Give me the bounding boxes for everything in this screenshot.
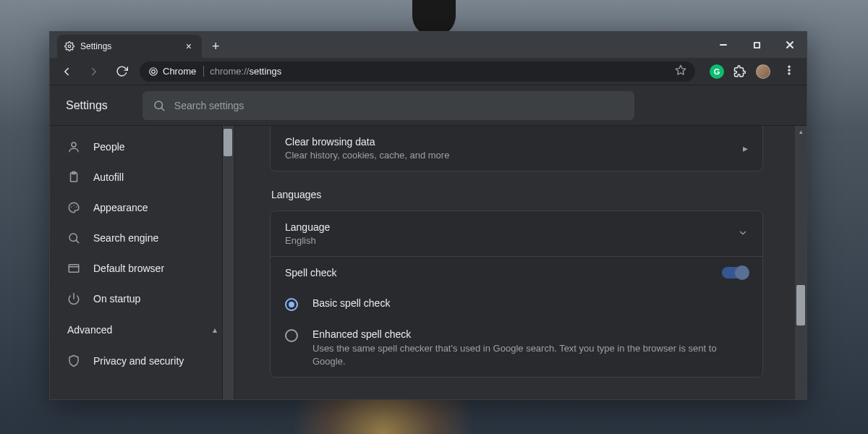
section-heading-languages: Languages bbox=[271, 189, 763, 200]
svg-marker-7 bbox=[676, 65, 685, 75]
bookmark-star-button[interactable] bbox=[675, 64, 686, 79]
sidebar-section-label: Advanced bbox=[67, 324, 112, 336]
spell-check-toggle[interactable] bbox=[722, 267, 748, 278]
chrome-menu-button[interactable] bbox=[779, 64, 799, 79]
url-chip-label: Chrome bbox=[163, 66, 196, 77]
svg-point-0 bbox=[68, 45, 71, 48]
nav-back-button[interactable] bbox=[57, 62, 76, 81]
extension-grammarly-icon[interactable]: G bbox=[710, 64, 724, 79]
palette-icon bbox=[67, 201, 80, 214]
gear-icon bbox=[64, 41, 75, 51]
svg-point-8 bbox=[788, 66, 790, 67]
sidebar-item-privacy-security[interactable]: Privacy and security bbox=[50, 346, 234, 376]
enhanced-spell-check-label: Enhanced spell check bbox=[312, 328, 748, 340]
spell-check-label: Spell check bbox=[285, 267, 337, 278]
window-close-button[interactable] bbox=[773, 32, 807, 58]
main-scrollbar-thumb[interactable] bbox=[796, 285, 805, 326]
sidebar-item-label: Privacy and security bbox=[93, 355, 184, 367]
url-origin-chip: Chrome bbox=[148, 66, 204, 77]
card-clear-browsing-data: Clear browsing data Clear history, cooki… bbox=[270, 126, 763, 171]
svg-point-9 bbox=[788, 69, 790, 70]
cbd-title: Clear browsing data bbox=[285, 136, 449, 148]
browser-icon bbox=[67, 262, 80, 275]
svg-line-20 bbox=[76, 240, 78, 242]
sidebar-item-label: Search engine bbox=[93, 232, 158, 244]
card-languages: Language English Spell check Basic spell… bbox=[270, 210, 763, 378]
svg-point-17 bbox=[73, 205, 75, 206]
window-maximize-button[interactable] bbox=[740, 32, 773, 58]
language-value: English bbox=[285, 235, 330, 246]
tab-title: Settings bbox=[80, 41, 177, 51]
scrollbar-up-arrow[interactable]: ▴ bbox=[795, 126, 807, 137]
settings-body: People Autofill Appearance Search engine… bbox=[50, 126, 807, 399]
radio-basic-spell-check[interactable] bbox=[285, 298, 298, 311]
window-controls bbox=[707, 32, 807, 58]
sidebar-scrollbar-thumb[interactable] bbox=[224, 129, 232, 156]
sidebar-item-label: People bbox=[93, 141, 125, 153]
sidebar-item-on-startup[interactable]: On startup bbox=[50, 284, 234, 314]
sidebar-section-advanced[interactable]: Advanced ▴ bbox=[50, 314, 234, 346]
row-clear-browsing-data[interactable]: Clear browsing data Clear history, cooki… bbox=[271, 126, 762, 171]
browser-tab-settings[interactable]: Settings × bbox=[57, 35, 202, 58]
chevron-down-icon bbox=[738, 228, 748, 240]
tab-close-button[interactable]: × bbox=[183, 39, 195, 54]
svg-point-10 bbox=[788, 72, 790, 74]
nav-reload-button[interactable] bbox=[112, 62, 131, 81]
chevron-up-icon: ▴ bbox=[213, 325, 217, 335]
svg-rect-21 bbox=[69, 265, 79, 273]
clipboard-icon bbox=[67, 171, 80, 184]
basic-spell-check-label: Basic spell check bbox=[312, 297, 390, 309]
sidebar-item-label: Appearance bbox=[93, 202, 148, 213]
svg-point-5 bbox=[150, 67, 158, 75]
sidebar-item-appearance[interactable]: Appearance bbox=[50, 192, 234, 223]
sidebar-item-label: Default browser bbox=[93, 263, 164, 274]
settings-main: Clear browsing data Clear history, cooki… bbox=[235, 126, 807, 399]
profile-avatar-button[interactable] bbox=[756, 64, 770, 79]
chrome-icon bbox=[148, 67, 158, 77]
main-scrollbar[interactable]: ▴ bbox=[795, 126, 807, 399]
sidebar-scrollbar[interactable] bbox=[222, 126, 234, 399]
enhanced-spell-check-sub: Uses the same spell checker that's used … bbox=[312, 342, 748, 368]
svg-point-13 bbox=[72, 142, 76, 147]
chevron-right-icon: ▸ bbox=[743, 142, 748, 154]
sidebar-item-people[interactable]: People bbox=[50, 132, 234, 162]
nav-forward-button[interactable] bbox=[85, 62, 103, 81]
row-enhanced-spell-check[interactable]: Enhanced spell check Uses the same spell… bbox=[271, 320, 762, 377]
window-minimize-button[interactable] bbox=[707, 32, 740, 58]
sidebar-item-label: On startup bbox=[93, 293, 140, 305]
url-text: chrome://settings bbox=[210, 66, 281, 77]
sidebar-item-search-engine[interactable]: Search engine bbox=[50, 223, 234, 253]
row-basic-spell-check[interactable]: Basic spell check bbox=[271, 289, 762, 320]
person-icon bbox=[67, 140, 80, 153]
svg-point-18 bbox=[76, 207, 77, 208]
sidebar-item-label: Autofill bbox=[93, 171, 124, 183]
row-spell-check: Spell check bbox=[271, 256, 762, 289]
search-icon bbox=[153, 99, 166, 112]
settings-title: Settings bbox=[66, 99, 108, 112]
sidebar-item-autofill[interactable]: Autofill bbox=[50, 162, 234, 192]
settings-sidebar: People Autofill Appearance Search engine… bbox=[50, 126, 235, 399]
radio-enhanced-spell-check[interactable] bbox=[285, 329, 298, 342]
address-bar: Chrome chrome://settings G bbox=[50, 58, 807, 85]
titlebar: Settings × + bbox=[50, 32, 807, 58]
language-title: Language bbox=[285, 221, 330, 233]
svg-rect-2 bbox=[754, 42, 759, 47]
chrome-window: Settings × + Chrome chrome://settings G bbox=[49, 31, 807, 400]
settings-header: Settings Search settings bbox=[50, 85, 807, 126]
cbd-subtitle: Clear history, cookies, cache, and more bbox=[285, 150, 449, 161]
extension-icons: G bbox=[704, 64, 799, 79]
svg-point-6 bbox=[152, 69, 156, 73]
svg-point-16 bbox=[71, 207, 72, 208]
extensions-button[interactable] bbox=[733, 64, 747, 79]
power-icon bbox=[67, 292, 80, 305]
shield-icon bbox=[67, 354, 80, 367]
search-icon bbox=[67, 231, 80, 244]
sidebar-item-default-browser[interactable]: Default browser bbox=[50, 253, 234, 284]
svg-line-12 bbox=[161, 108, 163, 110]
row-language[interactable]: Language English bbox=[271, 211, 762, 256]
omnibox[interactable]: Chrome chrome://settings bbox=[140, 61, 695, 82]
settings-search-input[interactable]: Search settings bbox=[142, 91, 634, 120]
search-placeholder: Search settings bbox=[174, 100, 244, 111]
new-tab-button[interactable]: + bbox=[202, 35, 230, 58]
